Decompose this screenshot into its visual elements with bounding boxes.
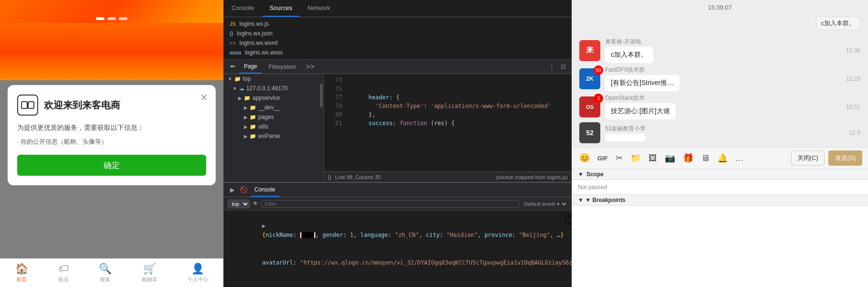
tree-appservice[interactable]: ▶ 📁 appservice — [224, 93, 324, 103]
subtab-filesystem-label: Filesystem — [269, 64, 296, 70]
console-tabs: ▶ 🚫 Console — [224, 183, 572, 197]
console-log-row-1: ▶ {nickName: ████, gender: 1, language: … — [228, 213, 568, 249]
tab-network[interactable]: Network — [300, 0, 338, 17]
nav-cart-label: 购物车 — [142, 276, 157, 283]
more-icon[interactable]: … — [733, 151, 746, 165]
home-icon: 🏠 — [15, 263, 28, 275]
json-icon: {} — [230, 31, 233, 36]
dialog-info: · 你的公开信息（昵称、头像等） — [17, 138, 206, 146]
chat-msg-2: 2K 99 FastDFS技术群 [有新公告]Striver推… 11:23 — [579, 66, 860, 91]
tree-top-label: top — [243, 75, 251, 82]
tab-console[interactable]: Console — [224, 0, 262, 17]
file-tree-scrollbar[interactable] — [320, 84, 323, 107]
tab-sources[interactable]: Sources — [262, 0, 300, 17]
sender-4: 52金融教育小李 — [605, 125, 646, 133]
file-item-wxss[interactable]: wxss logins.wx.wxss — [224, 48, 572, 57]
console-filter-input[interactable] — [261, 200, 519, 208]
eye-icon[interactable]: 👁 — [252, 200, 259, 207]
send-button[interactable]: 发送(S) — [828, 150, 862, 166]
code-line-80: 80 }, — [324, 110, 572, 119]
dot-3 — [119, 17, 127, 20]
right-panel: 15:39:07 c加入本群。 来 来客推-开源电 c加入本群。 15:39 2… — [572, 0, 868, 287]
tree-wxparse[interactable]: ▶ 📁 wxParse — [224, 131, 324, 141]
nav-new[interactable]: 🏷 新品 — [58, 263, 69, 283]
console-context-select[interactable]: top — [228, 200, 250, 208]
subtab-filesystem[interactable]: Filesystem — [264, 60, 301, 74]
source-status-bar: {} Line 99, Column 35 (source mapped fro… — [324, 171, 572, 182]
nav-profile[interactable]: 👤 个人中心 — [188, 263, 209, 283]
emoji-icon[interactable]: 😊 — [577, 151, 592, 165]
dialog-title: 欢迎来到来客电商 — [44, 99, 120, 112]
more-tabs-icon[interactable]: >> — [303, 63, 317, 71]
wxss-icon: wxss — [230, 50, 241, 55]
file-name-wxss: logins.wx.wxss — [245, 49, 282, 56]
file-item-json[interactable]: {} logins.wx.json — [224, 29, 572, 38]
tree-top[interactable]: ▼ 📁 top — [224, 74, 324, 84]
panel-toggle-icon[interactable]: ⊡ — [559, 63, 568, 70]
dialog-close-button[interactable]: ✕ — [200, 92, 208, 103]
console-panel: ▶ 🚫 Console top 👁 Default levels ▾ ▶ {ni… — [224, 182, 572, 287]
chat-msg-1: 来 来客推-开源电 c加入本群。 15:39 — [579, 38, 860, 63]
avatar-wrap-2: 2K 99 — [579, 68, 600, 89]
scope-header[interactable]: ▼ Scope — [572, 169, 868, 180]
folder-pages-icon: 📁 — [250, 114, 256, 120]
console-tab[interactable]: Console — [251, 183, 279, 197]
console-run-icon[interactable]: ▶ — [228, 185, 237, 195]
avatar-1: 来 — [579, 40, 600, 61]
image-icon[interactable]: 🖼 — [647, 151, 659, 165]
subtab-page[interactable]: Page — [239, 60, 262, 74]
camera-icon[interactable]: 📷 — [663, 151, 677, 165]
svg-rect-1 — [28, 102, 34, 108]
log-line-1: ▶ {nickName: ████, gender: 1, language: … — [228, 213, 564, 249]
console-toolbar: top 👁 Default levels ▾ — [224, 197, 572, 211]
code-line-75: 75 — [324, 85, 572, 93]
folder-icon[interactable]: 📁 — [628, 151, 643, 165]
screen-icon[interactable]: 🖥 — [699, 151, 711, 165]
tree-dev-label: __dev__ — [258, 104, 280, 111]
tree-server-label: 127.0.0.1:48170 — [246, 85, 288, 92]
console-level-select[interactable]: Default levels ▾ — [522, 201, 568, 207]
chat-msg-3: OS 3 OpenStack技术 技艺游心:[图片]大佬 10:51 — [579, 94, 860, 119]
nav-cart[interactable]: 🛒 购物车 — [142, 263, 157, 283]
panel-menu-icon[interactable]: ⋮ — [547, 63, 557, 70]
scope-arrow-icon: ▼ — [578, 171, 584, 178]
close-button[interactable]: 关闭(C) — [791, 150, 825, 166]
breakpoints-header[interactable]: ▼ ▼ Breakpoints — [572, 194, 868, 206]
join-button[interactable]: c加入本群。 — [816, 17, 861, 30]
code-line-77: 77 header: { — [324, 93, 572, 102]
nav-search[interactable]: 🔍 搜索 — [99, 263, 112, 283]
nav-home[interactable]: 🏠 首页 — [15, 263, 28, 283]
folder-wxparse-icon: 📁 — [250, 133, 256, 139]
nav-profile-label: 个人中心 — [188, 276, 209, 283]
tree-utils[interactable]: ▶ 📁 utils — [224, 122, 324, 131]
navigate-back-icon[interactable]: ⬅ — [228, 62, 237, 72]
tree-server[interactable]: ▼ ☁ 127.0.0.1:48170 — [224, 84, 324, 93]
bell-icon[interactable]: 🔔 — [715, 151, 730, 165]
console-content: ▶ {nickName: ████, gender: 1, language: … — [224, 211, 572, 287]
log-source-link[interactable]: logins.js? [s — [564, 213, 572, 249]
scope-panel: ▼ Scope Not paused ▼ ▼ Breakpoints — [572, 169, 868, 255]
file-item-wxml[interactable]: <> logins.wx.wxml — [224, 38, 572, 48]
file-item-js[interactable]: JS logins.wx.js — [224, 19, 572, 29]
arrow-dev: ▶ — [244, 105, 248, 110]
tree-dev[interactable]: ▶ 📁 __dev__ — [224, 103, 324, 112]
arrow-server: ▼ — [232, 86, 237, 91]
wechat-toolbar: 😊 GIF ✂ 📁 🖼 📷 🎁 🖥 🔔 … 关闭(C) 发送(S) — [572, 147, 868, 169]
badge-3: 3 — [594, 94, 603, 103]
left-panel: 券 优惠券 包 钱包 签 签到 团 拼团 ✕ — [0, 0, 223, 287]
brace-icon: {} — [328, 174, 331, 180]
confirm-button[interactable]: 确定 — [17, 155, 206, 176]
breakpoints-arrow-icon: ▼ — [578, 197, 584, 203]
bubble-wrap-3: OpenStack技术 技艺游心:[图片]大佬 — [605, 94, 676, 119]
js-icon: JS — [230, 21, 236, 27]
msg-time-3: 10:51 — [846, 104, 860, 110]
tree-pages[interactable]: ▶ 📁 pages — [224, 112, 324, 122]
gift-icon[interactable]: 🎁 — [681, 151, 695, 165]
gif-icon[interactable]: GIF — [596, 153, 610, 164]
console-stop-icon[interactable]: 🚫 — [239, 185, 249, 195]
log-line-3: city: "Haidian" — [228, 276, 568, 287]
code-line-81: 81 success: function (res) { — [324, 119, 572, 128]
dialog-desc: 为提供更优质的服务，需要获取以下信息： — [17, 122, 206, 133]
scissors-icon[interactable]: ✂ — [614, 151, 625, 165]
msg-time-2: 11:23 — [846, 75, 860, 82]
